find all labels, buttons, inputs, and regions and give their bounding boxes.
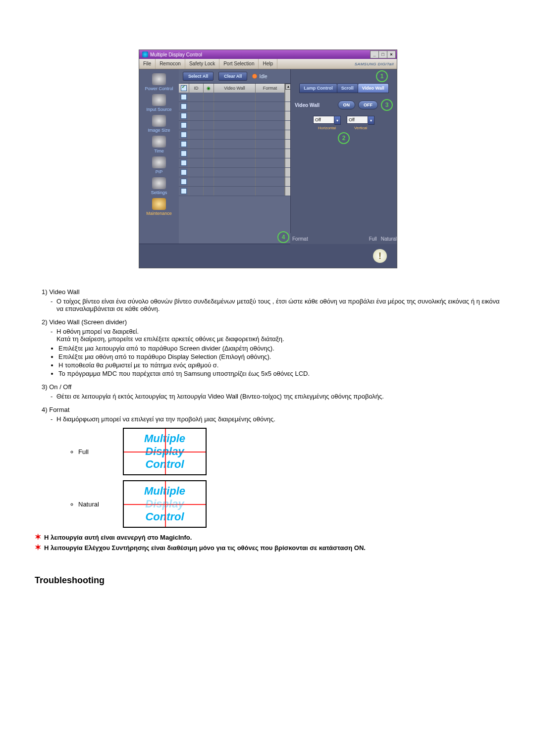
callout-badge-2: 2	[338, 132, 350, 144]
item-desc2: Κατά τη διαίρεση, μπορείτε να επιλέξετε …	[56, 335, 500, 343]
star-icon: ✶	[35, 534, 41, 541]
vertical-value: Off	[347, 116, 368, 124]
menu-file[interactable]: File	[139, 59, 156, 69]
minimize-icon[interactable]: _	[370, 50, 379, 58]
video-wall-label: Video Wall	[295, 102, 320, 108]
vertical-select[interactable]: Off ▾	[347, 116, 374, 125]
display-table: ID ◉ Video Wall Format ▲	[179, 83, 290, 244]
th-id[interactable]: ID	[189, 84, 204, 93]
clear-all-button[interactable]: Clear All	[218, 72, 247, 81]
sidebar-item-time[interactable]: Time	[139, 135, 179, 155]
menubar: File Remocon Safety Lock Port Selection …	[139, 59, 397, 69]
scroll-up-icon[interactable]: ▲	[285, 84, 290, 90]
right-panel: 1 Lamp Control Scroll Video Wall Video W…	[290, 69, 397, 244]
row-checkbox[interactable]	[181, 141, 187, 147]
item-number: 2)	[42, 318, 48, 326]
header-checkbox[interactable]	[181, 85, 187, 91]
note-1: ✶Η λειτουργία αυτή είναι ανενεργή στο Ma…	[35, 534, 500, 541]
table-row[interactable]	[179, 111, 290, 121]
list-item: 2) Video Wall (Screen divider) -Η οθόνη …	[42, 318, 500, 377]
format-full-example: Full Multiple Display Control	[58, 428, 500, 475]
table-row[interactable]	[179, 130, 290, 140]
sidebar-label: PIP	[156, 169, 163, 174]
table-row[interactable]	[179, 177, 290, 187]
format-full-label: Full	[78, 448, 108, 455]
row-checkbox[interactable]	[181, 94, 187, 100]
menu-help[interactable]: Help	[259, 59, 277, 69]
tab-scroll[interactable]: Scroll	[337, 83, 358, 93]
sidebar-item-maintenance[interactable]: Maintenance	[139, 197, 179, 218]
row-checkbox[interactable]	[181, 103, 187, 109]
table-row[interactable]	[179, 187, 290, 196]
th-videowall[interactable]: Video Wall	[214, 84, 256, 93]
chevron-down-icon[interactable]: ▾	[334, 116, 341, 125]
callout-badge-4: 4	[277, 231, 289, 243]
chevron-down-icon[interactable]: ▾	[368, 116, 374, 125]
note-text: Η λειτουργία αυτή είναι ανενεργή στο Mag…	[44, 534, 192, 541]
star-icon: ✶	[35, 544, 41, 552]
item-desc: Ο τοίχος βίντεο είναι ένα σύνολο οθονών …	[56, 298, 500, 312]
list-item: 1) Video Wall -Ο τοίχος βίντεο είναι ένα…	[42, 288, 500, 312]
bullet: Επιλέξτε μια λειτουργία από το παράθυρο …	[58, 345, 500, 352]
row-checkbox[interactable]	[181, 188, 187, 194]
toolbar: Select All Clear All Idle	[179, 69, 290, 83]
format-full-button[interactable]: Full	[369, 236, 377, 242]
row-checkbox[interactable]	[181, 132, 187, 138]
sidebar-label: Settings	[151, 190, 167, 195]
maximize-icon[interactable]: □	[378, 50, 387, 58]
item-title: On / Off	[49, 383, 71, 391]
menu-remocon[interactable]: Remocon	[156, 59, 185, 69]
row-checkbox[interactable]	[181, 179, 187, 185]
row-checkbox[interactable]	[181, 113, 187, 119]
input-source-icon	[152, 94, 166, 106]
sidebar-item-imagesize[interactable]: Image Size	[139, 114, 179, 135]
table-row[interactable]	[179, 149, 290, 158]
item-title: Video Wall	[49, 288, 79, 296]
row-checkbox[interactable]	[181, 160, 187, 166]
th-status-icon[interactable]: ◉	[204, 84, 214, 93]
divider-dropdowns: Off ▾ Horizontal Off ▾ Vertical	[295, 116, 393, 130]
menu-portselection[interactable]: Port Selection	[219, 59, 259, 69]
row-checkbox[interactable]	[181, 122, 187, 128]
menu-safetylock[interactable]: Safety Lock	[185, 59, 219, 69]
sidebar-item-power[interactable]: Power Control	[139, 72, 179, 93]
close-icon[interactable]: ×	[387, 50, 396, 58]
fmt-text: Display	[145, 498, 184, 510]
format-natural-button[interactable]: Natural	[381, 236, 397, 242]
maintenance-icon	[152, 198, 166, 210]
sidebar-item-input[interactable]: Input Source	[139, 93, 179, 114]
table-row[interactable]	[179, 140, 290, 149]
horizontal-select[interactable]: Off ▾	[313, 116, 341, 125]
note-text: Η λειτουργία Ελέγχου Συντήρησης είναι δι…	[44, 544, 366, 552]
select-all-button[interactable]: Select All	[183, 72, 214, 81]
titlebar: Multiple Display Control _ □ ×	[139, 50, 397, 59]
table-row[interactable]	[179, 102, 290, 111]
idle-dot-icon	[252, 74, 257, 79]
table-row[interactable]	[179, 158, 290, 168]
brand-label: SAMSUNG DIGITall	[355, 62, 397, 66]
center-panel: Select All Clear All Idle ID ◉ Video Wal…	[179, 69, 290, 244]
sidebar-item-pip[interactable]: PIP	[139, 155, 179, 176]
table-row[interactable]	[179, 121, 290, 130]
off-button[interactable]: OFF	[358, 101, 378, 109]
sidebar-item-settings[interactable]: Settings	[139, 176, 179, 197]
list-item: 3) On / Off -Θέτει σε λειτουργία ή εκτός…	[42, 383, 500, 400]
note-2: ✶Η λειτουργία Ελέγχου Συντήρησης είναι δ…	[35, 544, 500, 552]
row-checkbox[interactable]	[181, 151, 187, 156]
on-button[interactable]: ON	[338, 101, 356, 109]
settings-icon	[152, 177, 166, 189]
sidebar: Power Control Input Source Image Size Ti…	[139, 69, 179, 244]
callout-badge-3: 3	[381, 99, 393, 111]
table-header: ID ◉ Video Wall Format ▲	[179, 84, 290, 93]
table-row[interactable]	[179, 93, 290, 102]
section-title: Troubleshooting	[35, 575, 500, 586]
tab-lamp-control[interactable]: Lamp Control	[299, 83, 337, 93]
callout-badge-1: 1	[376, 70, 388, 82]
item-number: 4)	[42, 406, 48, 413]
item-title: Format	[49, 406, 69, 413]
tab-video-wall[interactable]: Video Wall	[358, 83, 389, 93]
table-row[interactable]	[179, 168, 290, 177]
th-format[interactable]: Format	[256, 84, 285, 93]
row-checkbox[interactable]	[181, 169, 187, 175]
item-title: Video Wall (Screen divider)	[49, 318, 127, 326]
